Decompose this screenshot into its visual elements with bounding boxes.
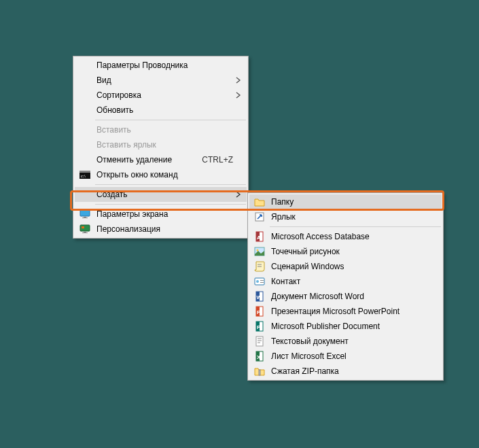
word-icon: W [252,289,267,304]
menu-item-label: Презентация Microsoft PowerPoint [267,307,428,316]
svg-text:A: A [257,235,261,241]
svg-rect-33 [259,370,260,375]
menu-item-label: Отменить удаление [92,155,188,165]
svg-rect-5 [82,218,88,218]
blank-icon [77,137,92,152]
menu-item-personalization[interactable]: Персонализация [75,222,247,237]
submenu-item-script[interactable]: Сценарий Windows [249,259,442,274]
submenu-item-word[interactable]: W Документ Microsoft Word [249,289,442,304]
chevron-right-icon [236,92,241,99]
menu-separator [95,184,246,185]
blank-icon [77,73,92,88]
cmd-icon: c:\ [77,167,92,182]
menu-item-label: Персонализация [92,224,233,234]
shortcut-icon [252,209,267,224]
svg-rect-19 [260,282,264,283]
svg-text:X: X [257,354,261,360]
new-submenu: Папку Ярлык A Microsoft Access Database … [247,192,444,381]
blank-icon [77,122,92,137]
menu-item-label: Текстовый документ [267,337,428,346]
submenu-item-powerpoint[interactable]: P Презентация Microsoft PowerPoint [249,304,442,319]
blank-icon [77,58,92,73]
menu-item-label: Microsoft Access Database [267,232,428,241]
zip-icon [252,364,267,379]
svg-point-17 [256,280,259,283]
blank-icon [77,88,92,103]
chevron-right-icon [236,191,241,198]
bitmap-icon [252,244,267,259]
svg-text:c:\: c:\ [81,173,86,179]
chevron-right-icon [236,77,241,84]
svg-rect-9 [82,232,88,233]
blank-icon [77,103,92,118]
svg-rect-1 [79,171,90,173]
svg-rect-8 [84,232,86,232]
menu-separator [270,226,441,227]
submenu-item-publisher[interactable]: P Microsoft Publisher Document [249,319,442,334]
menu-item-display-settings[interactable]: Параметры экрана [75,207,247,222]
menu-item-paste-shortcut: Вставить ярлык [75,137,247,152]
menu-item-label: Параметры Проводника [92,61,233,70]
menu-separator [95,204,246,205]
svg-rect-3 [80,210,90,216]
menu-item-label: Документ Microsoft Word [267,292,428,301]
menu-item-label: Microsoft Publisher Document [267,322,428,331]
menu-item-label: Контакт [267,277,428,286]
contact-icon [252,274,267,289]
display-icon [77,207,92,222]
submenu-item-text[interactable]: Текстовый документ [249,334,442,349]
svg-text:P: P [257,324,261,330]
menu-item-label: Точечный рисунок [267,247,428,256]
text-icon [252,334,267,349]
personalize-icon [77,222,92,237]
menu-item-paste: Вставить [75,122,247,137]
menu-item-label: Папку [267,197,428,207]
submenu-item-contact[interactable]: Контакт [249,274,442,289]
menu-item-label: Создать [92,190,233,199]
submenu-item-excel[interactable]: X Лист Microsoft Excel [249,349,442,364]
access-icon: A [252,229,267,244]
submenu-item-shortcut[interactable]: Ярлык [249,209,442,224]
menu-item-label: Ярлык [267,212,428,222]
menu-item-label: Открыть окно команд [92,170,233,179]
submenu-item-access[interactable]: A Microsoft Access Database [249,229,442,244]
folder-icon [252,194,267,209]
desktop-context-menu: Параметры Проводника Вид Сортировка Обно… [73,56,249,239]
menu-item-new[interactable]: Создать [75,187,247,202]
menu-item-sort[interactable]: Сортировка [75,88,247,103]
svg-text:P: P [257,309,261,315]
svg-rect-29 [256,337,263,346]
powerpoint-icon: P [252,304,267,319]
menu-item-view[interactable]: Вид [75,73,247,88]
menu-item-refresh[interactable]: Обновить [75,103,247,118]
menu-item-open-command-window[interactable]: c:\ Открыть окно команд [75,167,247,182]
excel-icon: X [252,349,267,364]
submenu-item-folder[interactable]: Папку [249,194,442,209]
menu-item-label: Параметры экрана [92,209,233,219]
blank-icon [77,187,92,202]
menu-item-label: Лист Microsoft Excel [267,351,428,361]
blank-icon [77,152,92,167]
menu-item-label: Вставить ярлык [92,140,233,150]
svg-rect-4 [84,217,86,218]
menu-item-label: Вид [92,75,233,85]
menu-item-label: Сценарий Windows [267,262,428,271]
menu-item-label: Обновить [92,105,233,115]
svg-rect-18 [260,280,264,281]
menu-item-label: Сортировка [92,90,233,100]
svg-text:W: W [257,294,262,300]
submenu-item-bitmap[interactable]: Точечный рисунок [249,244,442,259]
menu-item-undo-delete[interactable]: Отменить удаление CTRL+Z [75,152,247,167]
svg-rect-7 [82,226,84,228]
publisher-icon: P [252,319,267,334]
menu-item-label: Сжатая ZIP-папка [267,366,428,376]
menu-separator [95,120,246,120]
menu-item-shortcut: CTRL+Z [188,155,233,165]
menu-item-label: Вставить [92,125,233,135]
submenu-item-zip[interactable]: Сжатая ZIP-папка [249,364,442,379]
menu-item-explorer-options[interactable]: Параметры Проводника [75,58,247,73]
script-icon [252,259,267,274]
